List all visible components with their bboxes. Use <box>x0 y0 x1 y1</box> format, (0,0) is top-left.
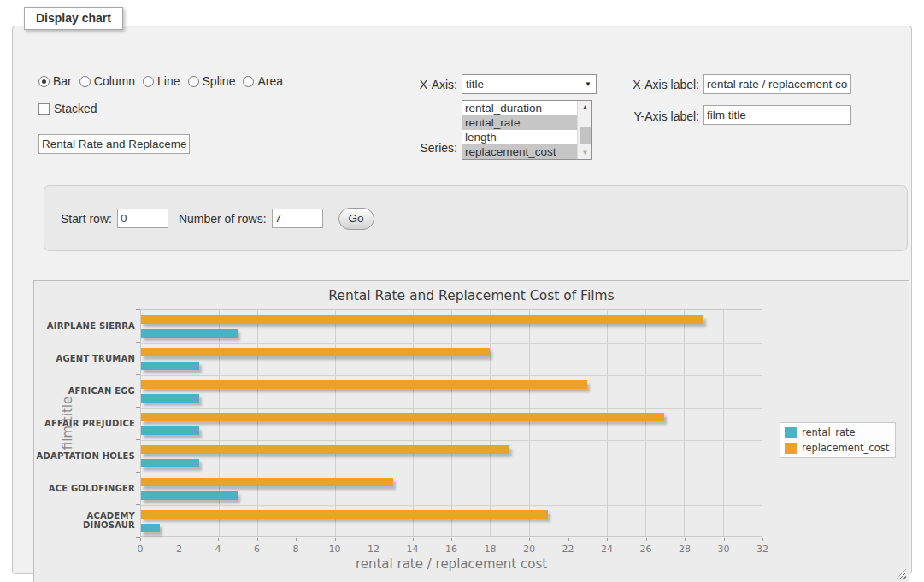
radio-label: Column <box>94 74 135 88</box>
category-band <box>141 310 762 343</box>
row-range-panel: Start row: Number of rows: Go <box>44 185 908 251</box>
bar-replacement_cost <box>141 510 548 519</box>
bar-replacement_cost <box>141 315 703 324</box>
y-tick-mark <box>136 374 140 375</box>
chart-title: Rental Rate and Replacement Cost of Film… <box>34 288 909 303</box>
x-tick-mark <box>257 538 258 541</box>
radio-option-spline[interactable]: Spline <box>188 74 236 88</box>
x-tick-label: 4 <box>205 544 231 555</box>
radio-option-bar[interactable]: Bar <box>38 74 72 88</box>
legend-label: rental_rate <box>802 426 856 438</box>
series-option-rental_rate[interactable]: rental_rate <box>462 115 577 130</box>
page: Display chart BarColumnLineSplineArea St… <box>0 0 924 582</box>
bar-rental_rate <box>141 524 160 532</box>
category-band <box>141 408 762 440</box>
num-rows-input[interactable] <box>272 209 323 228</box>
radio-label: Area <box>257 74 283 88</box>
x-axis-select-label: X-Axis: <box>372 78 457 91</box>
x-axis-label-input[interactable] <box>703 74 851 94</box>
bar-rental_rate <box>141 491 238 500</box>
x-tick-label: 0 <box>127 544 153 555</box>
series-options: rental_durationrental_ratelengthreplacem… <box>462 101 577 159</box>
radio-option-column[interactable]: Column <box>79 74 135 88</box>
category-band <box>141 440 762 473</box>
resize-handle-icon[interactable] <box>896 569 906 579</box>
y-tick-mark <box>136 537 140 538</box>
stacked-checkbox[interactable] <box>38 103 50 115</box>
series-option-length[interactable]: length <box>462 130 577 144</box>
x-tick-mark <box>529 538 530 541</box>
x-tick-mark <box>685 538 686 541</box>
x-tick-label: 32 <box>750 544 775 555</box>
series-listbox[interactable]: rental_durationrental_ratelengthreplacem… <box>462 100 592 160</box>
x-tick-label: 26 <box>633 544 659 555</box>
y-tick-mark <box>136 309 140 310</box>
bar-replacement_cost <box>141 413 664 421</box>
display-chart-panel: BarColumnLineSplineArea Stacked X-Axis: … <box>12 26 912 574</box>
bar-replacement_cost <box>141 348 490 356</box>
x-tick-mark <box>374 538 374 541</box>
category-band <box>141 375 762 408</box>
x-tick-mark <box>296 538 297 541</box>
x-tick-mark <box>568 538 569 541</box>
x-tick-label: 16 <box>438 544 464 555</box>
x-tick-label: 30 <box>711 544 737 555</box>
legend-swatch-replacement_cost <box>785 443 797 454</box>
start-row-input[interactable] <box>117 209 168 228</box>
x-tick-mark <box>607 538 608 541</box>
chart-container: Rental Rate and Replacement Cost of Film… <box>33 280 909 582</box>
x-tick-mark <box>646 538 647 541</box>
x-tick-label: 6 <box>244 544 270 555</box>
num-rows-label: Number of rows: <box>179 212 267 226</box>
y-category-label: ADAPTATION HOLES <box>34 439 135 472</box>
series-scrollbar[interactable]: ▲ ▼ <box>577 101 591 159</box>
radio-icon[interactable] <box>38 76 50 87</box>
bar-rental_rate <box>141 362 199 370</box>
legend-label: replacement_cost <box>802 442 889 454</box>
x-axis-label-label: X-Axis label: <box>603 78 699 91</box>
scrollbar-thumb[interactable] <box>580 127 591 144</box>
x-tick-mark <box>140 538 141 541</box>
x-tick-label: 18 <box>478 544 503 555</box>
radio-option-line[interactable]: Line <box>143 74 180 88</box>
x-tick-label: 10 <box>322 544 348 555</box>
y-category-label: AFFAIR PREJUDICE <box>34 407 135 439</box>
radio-icon[interactable] <box>143 76 154 87</box>
radio-option-area[interactable]: Area <box>243 74 283 88</box>
stacked-label: Stacked <box>54 102 97 115</box>
scroll-up-icon[interactable]: ▲ <box>578 101 592 114</box>
x-tick-mark <box>762 538 763 541</box>
bar-rental_rate <box>141 426 199 435</box>
radio-label: Spline <box>203 74 236 88</box>
scroll-down-icon[interactable]: ▼ <box>578 146 592 159</box>
chart-title-input[interactable] <box>38 134 190 154</box>
chevron-down-icon: ▼ <box>580 80 596 88</box>
y-axis-label-input[interactable] <box>703 105 851 125</box>
category-band <box>141 473 762 505</box>
series-option-replacement_cost[interactable]: replacement_cost <box>462 144 577 159</box>
plot-area <box>140 309 762 537</box>
series-list-label: Series: <box>372 141 457 155</box>
x-axis-select[interactable]: title ▼ <box>462 74 597 94</box>
go-button[interactable]: Go <box>338 208 374 230</box>
start-row-label: Start row: <box>61 212 112 226</box>
stacked-option[interactable]: Stacked <box>38 102 97 115</box>
x-tick-mark <box>451 538 452 541</box>
x-tick-label: 28 <box>672 544 697 555</box>
y-axis-label-label: Y-Axis label: <box>603 109 699 123</box>
chart-type-radio-group: BarColumnLineSplineArea <box>38 74 283 88</box>
y-tick-mark <box>136 504 140 505</box>
legend-item-replacement_cost: replacement_cost <box>785 442 889 454</box>
series-option-rental_duration[interactable]: rental_duration <box>462 101 577 115</box>
y-category-label: ACE GOLDFINGER <box>34 472 135 504</box>
radio-icon[interactable] <box>188 76 199 87</box>
x-tick-label: 14 <box>400 544 426 555</box>
bar-rental_rate <box>141 459 199 467</box>
x-axis-title: rental rate / replacement cost <box>140 556 762 572</box>
radio-icon[interactable] <box>243 76 254 87</box>
y-tick-mark <box>136 407 140 408</box>
x-axis-selected-value: title <box>462 78 580 91</box>
bar-rental_rate <box>141 329 238 338</box>
x-tick-label: 2 <box>167 544 192 555</box>
radio-icon[interactable] <box>79 76 91 87</box>
